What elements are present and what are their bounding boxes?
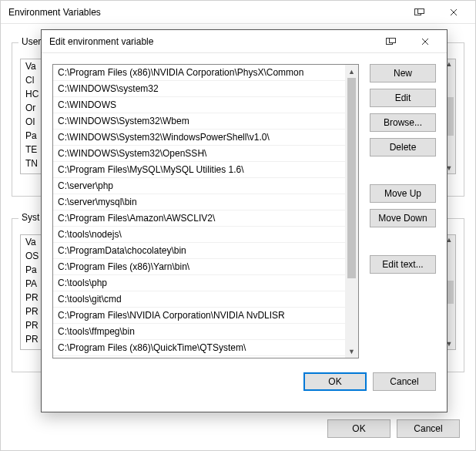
path-list-item[interactable]: C:\WINDOWS\System32\WindowsPowerShell\v1…: [53, 130, 345, 146]
path-list[interactable]: C:\Program Files (x86)\NVIDIA Corporatio…: [52, 64, 359, 358]
parent-ok-button[interactable]: OK: [327, 419, 391, 438]
dialog-cancel-button[interactable]: Cancel: [373, 372, 436, 391]
path-list-item[interactable]: C:\Program Files (x86)\QuickTime\QTSyste…: [53, 340, 345, 356]
path-list-item[interactable]: C:\ProgramData\chocolatey\bin: [53, 243, 345, 259]
dialog-close-icon[interactable]: [408, 31, 442, 52]
parent-cancel-button[interactable]: Cancel: [397, 419, 460, 438]
edit-env-var-dialog: Edit environment variable C:\Program Fil…: [41, 29, 448, 412]
path-list-item[interactable]: C:\server\mysql\bin: [53, 194, 345, 210]
path-list-item[interactable]: C:\Program Files\dotnet\: [53, 356, 345, 358]
scrollbar-thumb[interactable]: [347, 78, 356, 278]
path-list-item[interactable]: C:\Program Files (x86)\Yarn\bin\: [53, 259, 345, 275]
path-list-item[interactable]: C:\tools\php: [53, 275, 345, 291]
dialog-side-buttons: New Edit Browse... Delete Move Up Move D…: [370, 64, 436, 358]
path-list-item[interactable]: C:\Program Files\NVIDIA Corporation\NVID…: [53, 308, 345, 324]
move-up-button[interactable]: Move Up: [370, 184, 436, 203]
system-group-label: Syst: [18, 212, 42, 223]
dialog-footer: OK Cancel: [42, 369, 447, 402]
path-list-item[interactable]: C:\WINDOWS\System32\OpenSSH\: [53, 146, 345, 162]
delete-button[interactable]: Delete: [370, 138, 436, 157]
dialog-ok-button[interactable]: OK: [303, 372, 367, 391]
move-down-button[interactable]: Move Down: [370, 209, 436, 227]
path-list-item[interactable]: C:\tools\ffmpeg\bin: [53, 324, 345, 340]
dialog-title: Edit environment variable: [49, 36, 374, 47]
path-list-item[interactable]: C:\WINDOWS: [53, 97, 345, 113]
parent-title: Environment Variables: [8, 7, 403, 18]
path-list-item[interactable]: C:\server\php: [53, 178, 345, 194]
path-list-scrollbar[interactable]: ▲ ▼: [345, 65, 358, 358]
dialog-body: C:\Program Files (x86)\NVIDIA Corporatio…: [42, 53, 447, 369]
svg-rect-3: [390, 38, 396, 42]
edit-text-button[interactable]: Edit text...: [370, 255, 436, 274]
dialog-maximize-icon[interactable]: [374, 31, 408, 52]
path-list-item[interactable]: C:\tools\git\cmd: [53, 291, 345, 308]
path-list-item[interactable]: C:\Program Files\Amazon\AWSCLIV2\: [53, 210, 345, 227]
browse-button[interactable]: Browse...: [370, 113, 436, 132]
path-list-item[interactable]: C:\Program Files\MySQL\MySQL Utilities 1…: [53, 162, 345, 178]
parent-close-icon[interactable]: [437, 2, 471, 23]
parent-titlebar: Environment Variables: [1, 1, 475, 24]
dialog-titlebar: Edit environment variable: [42, 30, 447, 53]
new-button[interactable]: New: [370, 64, 436, 82]
path-list-item[interactable]: C:\WINDOWS\System32\Wbem: [53, 113, 345, 130]
parent-maximize-icon[interactable]: [403, 2, 437, 23]
edit-button[interactable]: Edit: [370, 89, 436, 107]
svg-rect-1: [418, 8, 424, 13]
path-list-item[interactable]: C:\WINDOWS\system32: [53, 81, 345, 97]
path-list-item[interactable]: C:\Program Files (x86)\NVIDIA Corporatio…: [53, 65, 345, 81]
parent-footer: OK Cancel: [327, 409, 471, 446]
path-list-item[interactable]: C:\tools\nodejs\: [53, 227, 345, 243]
